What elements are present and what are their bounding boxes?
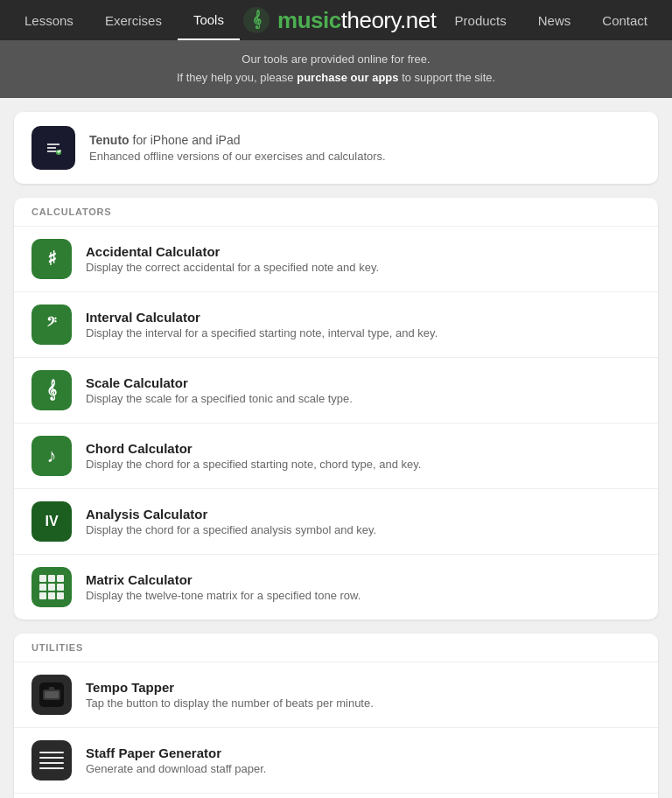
tempo-text: Tempo Tapper Tap the button to display t… [86, 680, 374, 710]
popup-piano-item[interactable]: Pop-up Piano Open a new window with a pi… [14, 794, 658, 798]
nav-links-right: Products News Contact [439, 0, 663, 40]
nav-tools[interactable]: Tools [178, 0, 240, 40]
interval-icon: 𝄢 [32, 304, 72, 345]
accidental-calculator-item[interactable]: ♯ Accidental Calculator Display the corr… [14, 227, 658, 292]
chord-icon: ♪ [32, 436, 72, 476]
svg-rect-7 [49, 687, 54, 690]
tempo-tapper-item[interactable]: Tempo Tapper Tap the button to display t… [14, 662, 658, 728]
tenuto-title: Tenuto for iPhone and iPad [89, 132, 386, 148]
chord-text: Chord Calculator Display the chord for a… [86, 441, 421, 471]
nav-exercises[interactable]: Exercises [89, 0, 178, 40]
chord-calculator-item[interactable]: ♪ Chord Calculator Display the chord for… [14, 424, 658, 489]
analysis-icon: IV [32, 501, 72, 542]
tenuto-icon [32, 126, 75, 170]
staff-text: Staff Paper Generator Generate and downl… [86, 746, 266, 775]
analysis-calculator-item[interactable]: IV Analysis Calculator Display the chord… [14, 489, 658, 555]
utilities-header: UTILITIES [14, 634, 658, 662]
tenuto-info: Tenuto for iPhone and iPad Enhanced offl… [89, 132, 386, 163]
svg-rect-6 [45, 691, 59, 698]
calculators-section: CALCULATORS ♯ Accidental Calculator Disp… [14, 198, 658, 620]
purchase-link[interactable]: purchase our apps [297, 71, 398, 84]
navigation: Lessons Exercises Tools 𝄞 musictheory.ne… [0, 0, 672, 40]
calculators-header: CALCULATORS [14, 198, 658, 227]
tenuto-description: Enhanced offline versions of our exercis… [89, 150, 386, 163]
scale-calculator-item[interactable]: 𝄞 Scale Calculator Display the scale for… [14, 358, 658, 424]
main-content: Tenuto for iPhone and iPad Enhanced offl… [0, 98, 672, 798]
nav-lessons[interactable]: Lessons [9, 0, 89, 40]
nav-news[interactable]: News [522, 0, 587, 40]
matrix-calculator-item[interactable]: Matrix Calculator Display the twelve-ton… [14, 555, 658, 620]
promo-banner: Our tools are provided online for free. … [0, 40, 672, 98]
interval-calculator-item[interactable]: 𝄢 Interval Calculator Display the interv… [14, 292, 658, 358]
banner-line1: Our tools are provided online for free. [18, 51, 654, 69]
matrix-text: Matrix Calculator Display the twelve-ton… [86, 572, 360, 602]
nav-products[interactable]: Products [439, 0, 522, 40]
logo-text: musictheory.net [277, 7, 436, 34]
svg-text:𝄞: 𝄞 [252, 10, 262, 30]
matrix-icon [32, 567, 72, 607]
site-logo[interactable]: 𝄞 musictheory.net [240, 6, 439, 34]
scale-text: Scale Calculator Display the scale for a… [86, 375, 353, 405]
accidental-text: Accidental Calculator Display the correc… [86, 244, 379, 274]
utilities-section: UTILITIES Tempo Tapper Tap the button to… [14, 634, 658, 798]
interval-text: Interval Calculator Display the interval… [86, 310, 438, 340]
nav-links-left: Lessons Exercises Tools [9, 0, 240, 40]
tempo-icon [32, 675, 72, 715]
tenuto-card[interactable]: Tenuto for iPhone and iPad Enhanced offl… [14, 112, 658, 184]
banner-line2: If they help you, please purchase our ap… [18, 69, 654, 88]
staff-paper-item[interactable]: Staff Paper Generator Generate and downl… [14, 728, 658, 794]
scale-icon: 𝄞 [32, 370, 72, 410]
staff-icon [32, 740, 72, 780]
nav-contact[interactable]: Contact [586, 0, 663, 40]
analysis-text: Analysis Calculator Display the chord fo… [86, 507, 376, 536]
accidental-icon: ♯ [32, 239, 72, 279]
